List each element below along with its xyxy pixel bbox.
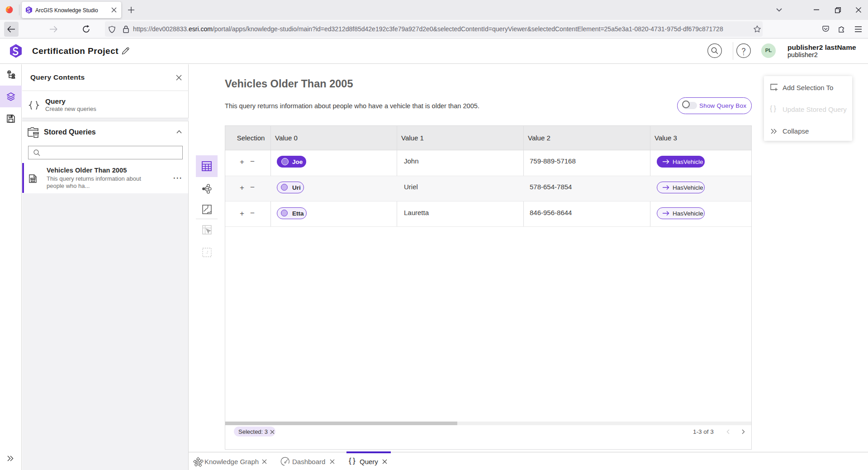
svg-text:?: ? <box>742 47 746 55</box>
